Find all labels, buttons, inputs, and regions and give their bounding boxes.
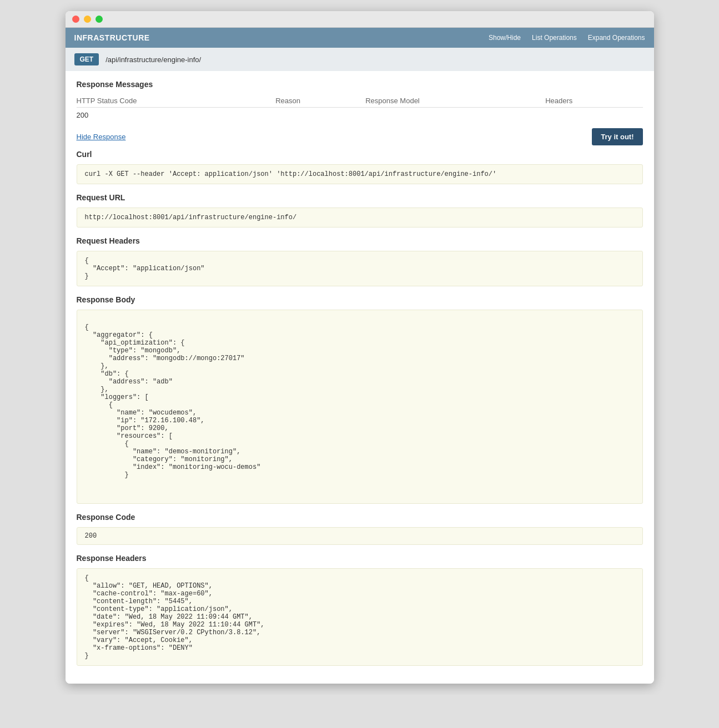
response-code-title: Response Code: [77, 513, 643, 522]
response-body-section: Response Body { "aggregator": { "api_opt…: [77, 295, 643, 504]
show-hide-link[interactable]: Show/Hide: [489, 34, 521, 42]
response-code-section: Response Code 200: [77, 513, 643, 545]
content-area: Response Messages HTTP Status Code Reaso…: [66, 71, 654, 684]
titlebar: [66, 11, 654, 28]
response-body-content[interactable]: { "aggregator": { "api_optimization": { …: [77, 310, 643, 504]
response-headers-content: { "allow": "GET, HEAD, OPTIONS", "cache-…: [77, 568, 643, 666]
main-window: INFRASTRUCTURE Show/Hide List Operations…: [66, 11, 654, 684]
expand-operations-link[interactable]: Expand Operations: [588, 34, 645, 42]
col-headers: Headers: [545, 94, 642, 108]
infrastructure-title: INFRASTRUCTURE: [74, 33, 150, 42]
response-body-title: Response Body: [77, 295, 643, 304]
col-reason: Reason: [275, 94, 365, 108]
request-url-section: Request URL http://localhost:8001/api/in…: [77, 193, 643, 228]
minimize-button[interactable]: [84, 16, 91, 23]
try-it-out-row: Hide Response Try it out!: [77, 128, 643, 145]
hide-response-link[interactable]: Hide Response: [77, 133, 126, 141]
curl-command: curl -X GET --header 'Accept: applicatio…: [77, 164, 643, 184]
request-url-title: Request URL: [77, 193, 643, 202]
close-button[interactable]: [72, 16, 79, 23]
request-headers-section: Request Headers { "Accept": "application…: [77, 236, 643, 286]
request-url-value: http://localhost:8001/api/infrastructure…: [77, 208, 643, 228]
response-messages-section: Response Messages HTTP Status Code Reaso…: [77, 80, 643, 145]
maximize-button[interactable]: [95, 16, 103, 23]
response-messages-table: HTTP Status Code Reason Response Model H…: [77, 94, 643, 123]
curl-title: Curl: [77, 150, 643, 159]
col-http-status-code: HTTP Status Code: [77, 94, 276, 108]
curl-section: Curl curl -X GET --header 'Accept: appli…: [77, 150, 643, 184]
table-row: 200: [77, 108, 643, 123]
list-operations-link[interactable]: List Operations: [532, 34, 577, 42]
method-badge: GET: [74, 53, 99, 65]
response-headers-title: Response Headers: [77, 554, 643, 563]
endpoint-bar: GET /api/infrastructure/engine-info/: [66, 48, 654, 71]
request-headers-content: { "Accept": "application/json" }: [77, 251, 643, 286]
col-response-model: Response Model: [365, 94, 545, 108]
status-code-cell: 200: [77, 108, 276, 123]
response-messages-title: Response Messages: [77, 80, 643, 89]
try-it-out-button[interactable]: Try it out!: [592, 128, 642, 145]
response-code-value: 200: [77, 527, 643, 545]
endpoint-path: /api/infrastructure/engine-info/: [105, 55, 201, 64]
response-headers-section: Response Headers { "allow": "GET, HEAD, …: [77, 554, 643, 666]
request-headers-title: Request Headers: [77, 236, 643, 245]
header-bar: INFRASTRUCTURE Show/Hide List Operations…: [66, 28, 654, 48]
header-actions: Show/Hide List Operations Expand Operati…: [489, 34, 645, 42]
main-content: Response Messages HTTP Status Code Reaso…: [66, 71, 654, 684]
